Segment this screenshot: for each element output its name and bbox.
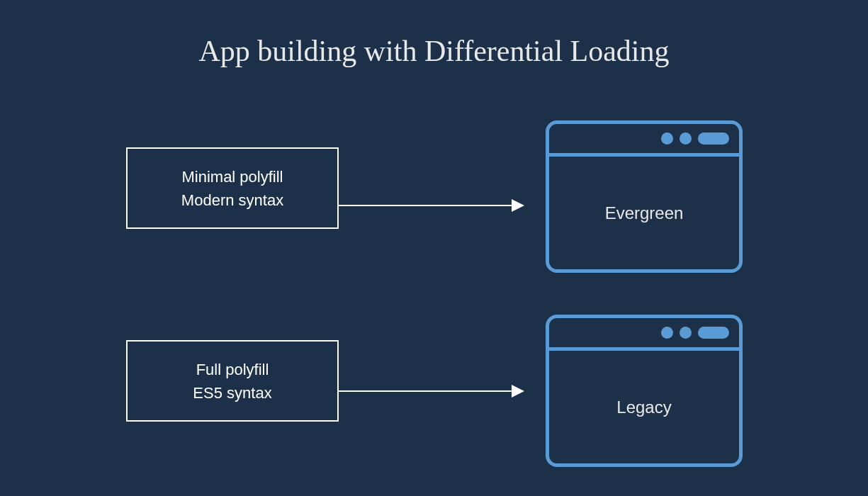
browser-control-dot-icon — [680, 327, 692, 339]
arrow-icon — [339, 390, 523, 392]
source-line-2: ES5 syntax — [193, 381, 271, 405]
browser-control-dot-icon — [661, 133, 673, 145]
source-box-legacy: Full polyfill ES5 syntax — [126, 340, 339, 422]
browser-control-pill-icon — [698, 133, 729, 145]
browser-label: Legacy — [616, 398, 671, 417]
browser-body: Legacy — [549, 351, 739, 463]
browser-window-legacy: Legacy — [546, 315, 743, 467]
source-line-2: Modern syntax — [181, 188, 283, 212]
source-box-modern: Minimal polyfill Modern syntax — [126, 147, 339, 229]
browser-control-dot-icon — [661, 327, 673, 339]
diagram-title: App building with Differential Loading — [0, 34, 868, 68]
browser-body: Evergreen — [549, 157, 739, 269]
source-line-1: Full polyfill — [196, 358, 269, 381]
browser-control-dot-icon — [680, 133, 692, 145]
source-line-1: Minimal polyfill — [181, 165, 283, 188]
browser-label: Evergreen — [605, 203, 684, 223]
browser-window-evergreen: Evergreen — [546, 120, 743, 273]
arrow-icon — [339, 205, 523, 206]
browser-control-pill-icon — [698, 327, 729, 339]
browser-header — [549, 318, 739, 351]
browser-header — [549, 124, 739, 157]
